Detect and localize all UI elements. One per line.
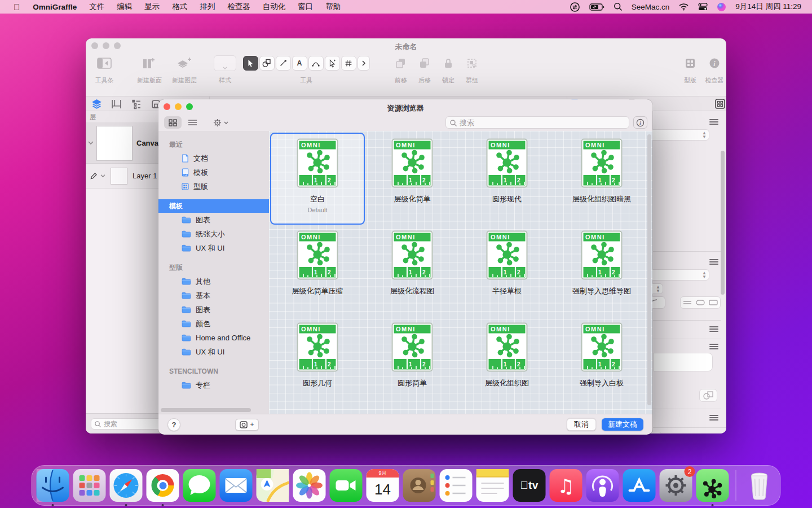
bring-forward-button[interactable]: 前移 <box>389 54 413 85</box>
inspector-menu-icon[interactable] <box>709 326 718 332</box>
sidebar-item-图表[interactable]: 图表 <box>158 303 269 317</box>
inspector-dropdown[interactable]: ▲▼ <box>650 129 709 141</box>
list-view-button[interactable] <box>184 116 201 129</box>
control-center-icon[interactable] <box>695 3 710 11</box>
dock-safari[interactable] <box>110 469 143 502</box>
layer-thumbnail[interactable] <box>111 168 127 185</box>
dock-mail[interactable] <box>220 469 253 502</box>
tool-text-button[interactable]: A <box>292 56 307 71</box>
dock-appstore[interactable] <box>623 469 656 502</box>
template-层级化流程图[interactable]: OMNI12层级化流程图 <box>365 225 460 317</box>
dock-contacts[interactable] <box>403 469 436 502</box>
template-圆形简单[interactable]: OMNI12圆形简单 <box>365 317 460 409</box>
sidebar-section-模板[interactable]: 模板 <box>158 199 269 213</box>
template-强制导入白板[interactable]: OMNI12强制导入白板 <box>554 317 649 409</box>
sidebar-item-文档[interactable]: 文档 <box>158 151 269 165</box>
dock-chrome[interactable] <box>147 469 179 502</box>
dock-omnigraffle[interactable] <box>696 469 729 502</box>
inspector-menu-icon[interactable] <box>709 259 718 265</box>
dock-music[interactable]: ♫ <box>550 469 582 502</box>
window-titlebar[interactable]: 未命名 <box>86 38 726 52</box>
browser-search-field[interactable] <box>445 116 629 129</box>
menu-编辑[interactable]: 编辑 <box>111 2 138 11</box>
sidebar-item-纸张大小[interactable]: 纸张大小 <box>158 227 269 241</box>
action-menu-button[interactable] <box>213 118 228 128</box>
battery-icon[interactable] <box>586 3 607 11</box>
style-well[interactable]: 样式 <box>212 54 238 85</box>
dock-calendar[interactable]: 9月14 <box>367 469 399 502</box>
tool-cursor-button[interactable] <box>243 56 258 71</box>
search-icon[interactable] <box>611 2 625 11</box>
switch-icon[interactable] <box>567 2 583 12</box>
tab-canvases-icon[interactable] <box>110 98 122 110</box>
status-text[interactable]: SeeMac.cn <box>629 3 673 11</box>
sidebar-item-模板[interactable]: 模板 <box>158 165 269 179</box>
tool-arc-button[interactable] <box>308 56 324 71</box>
dock-reminders[interactable] <box>440 469 473 502</box>
tool-shape-button[interactable] <box>259 56 275 71</box>
group-button[interactable]: 群组 <box>460 54 484 85</box>
inspector-scrollbar[interactable] <box>721 151 725 295</box>
inspector-dropdown[interactable]: ▲▼ <box>650 269 709 281</box>
dock-messages[interactable] <box>183 469 216 502</box>
menu-文件[interactable]: 文件 <box>83 2 111 11</box>
info-button[interactable]: i <box>633 116 647 129</box>
inspector-text-field[interactable] <box>653 353 713 371</box>
template-半径草根[interactable]: OMNI12半径草根 <box>460 225 554 317</box>
new-canvas-button[interactable]: 新建版面 <box>132 54 167 85</box>
new-document-button[interactable]: 新建文稿 <box>602 418 643 431</box>
tab-outline-icon[interactable] <box>130 98 142 110</box>
grid-vertical-scrollbar[interactable] <box>647 134 651 405</box>
template-圆形几何[interactable]: OMNI12圆形几何 <box>270 317 365 409</box>
template-圆形现代[interactable]: OMNI12圆形现代 <box>460 133 554 225</box>
sidebar-item-其他[interactable]: 其他 <box>158 274 269 288</box>
dock-notes[interactable] <box>476 469 509 502</box>
sidebar-item-UX 和 UI[interactable]: UX 和 UI <box>158 241 269 255</box>
tool-outline-cursor-button[interactable] <box>325 56 340 71</box>
browser-search-input[interactable] <box>446 117 629 128</box>
app-menu-title[interactable]: OmniGraffle <box>27 3 83 11</box>
toolbar-toggle-button[interactable]: 工具条 <box>88 54 121 85</box>
lock-button[interactable]: 锁定 <box>436 54 460 85</box>
siri-icon[interactable] <box>714 2 729 12</box>
template-强制导入思维导图[interactable]: OMNI12强制导入思维导图 <box>554 225 649 317</box>
dock-facetime[interactable] <box>330 469 363 502</box>
sidebar-item-型版[interactable]: 型版 <box>158 179 269 194</box>
inspector-menu-icon[interactable] <box>709 415 718 421</box>
dock-photos[interactable] <box>293 469 326 502</box>
dock-launchpad[interactable] <box>73 469 106 502</box>
tool-more-button[interactable] <box>358 56 370 71</box>
sidebar-horizontal-scrollbar[interactable] <box>161 408 251 412</box>
wifi-icon[interactable] <box>676 3 692 11</box>
apple-menu-icon[interactable]:  <box>7 2 27 12</box>
template-层级化组织图[interactable]: OMNI12层级化组织图 <box>460 317 554 409</box>
sidebar-item-Home and Office[interactable]: Home and Office <box>158 331 269 345</box>
menu-排列[interactable]: 排列 <box>193 2 221 11</box>
inspectors-button[interactable]: i 检查器 <box>703 54 726 85</box>
send-backward-button[interactable]: 后移 <box>413 54 436 85</box>
dock-appletv[interactable]: tv <box>513 469 546 502</box>
template-层级化简单压缩[interactable]: OMNI12层级化简单压缩 <box>270 225 365 317</box>
tool-line-button[interactable] <box>276 56 291 71</box>
dock-maps[interactable] <box>257 469 289 502</box>
dock-podcasts[interactable] <box>586 469 619 502</box>
tab-layers-icon[interactable] <box>90 98 103 110</box>
stencil-browser-toggle-icon[interactable] <box>714 98 726 110</box>
template-空白[interactable]: OMNI12空白Default <box>270 133 365 225</box>
sidebar-item-专栏[interactable]: 专栏 <box>158 378 269 392</box>
stencils-button[interactable]: 型版 <box>679 54 701 85</box>
menu-检查器[interactable]: 检查器 <box>221 2 257 11</box>
new-layer-button[interactable]: 新建图层 <box>166 54 203 85</box>
chevron-down-icon[interactable] <box>100 174 105 178</box>
sidebar-item-UX 和 UI[interactable]: UX 和 UI <box>158 345 269 359</box>
sidebar-item-图表[interactable]: 图表 <box>158 213 269 227</box>
stroke-style-segmented[interactable] <box>680 296 721 309</box>
help-button[interactable]: ? <box>167 418 180 431</box>
menu-窗口[interactable]: 窗口 <box>292 2 319 11</box>
inspector-menu-icon[interactable] <box>709 119 718 125</box>
template-层级化简单[interactable]: OMNI12层级化简单 <box>365 133 460 225</box>
grid-view-button[interactable] <box>164 116 182 129</box>
dock-settings[interactable]: 2 <box>660 469 692 502</box>
tool-grid-button[interactable] <box>341 56 356 71</box>
canvas-thumbnail[interactable] <box>96 126 133 161</box>
